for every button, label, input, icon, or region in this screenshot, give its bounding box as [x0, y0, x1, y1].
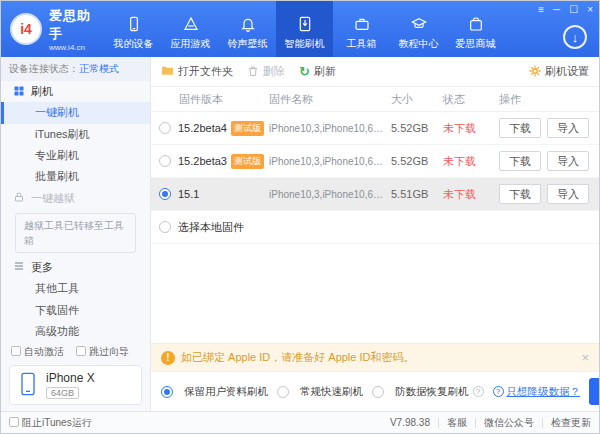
- toolbox-icon: [354, 16, 370, 34]
- table-row-selected[interactable]: 15.1 iPhone10,3,iPhone10,6_15.1_19B74_Re…: [151, 178, 599, 211]
- import-button[interactable]: 导入: [547, 118, 589, 138]
- section-flash[interactable]: 刷机: [1, 81, 150, 102]
- sidebar-item-advanced-features[interactable]: 高级功能: [1, 321, 150, 342]
- option-normal-flash[interactable]: 常规快速刷机: [277, 385, 363, 399]
- nav-i4-mall[interactable]: 爱思商城: [447, 1, 504, 57]
- download-button[interactable]: 下载: [499, 118, 541, 138]
- nav-toolbox[interactable]: 工具箱: [333, 1, 390, 57]
- download-manager-button[interactable]: ↓: [563, 25, 587, 49]
- downgrade-data-link[interactable]: ? 只想降级数据？: [493, 385, 581, 399]
- grid-icon: [13, 85, 25, 99]
- row-radio-checked[interactable]: [159, 188, 171, 200]
- folder-icon: [161, 64, 174, 79]
- trash-icon: [247, 65, 259, 79]
- wechat-account-link[interactable]: 微信公众号: [484, 416, 534, 430]
- device-capacity-badge: 64GB: [46, 387, 79, 399]
- close-icon[interactable]: ×: [587, 3, 593, 17]
- sidebar-item-one-click-flash[interactable]: 一键刷机: [1, 102, 150, 123]
- table-row[interactable]: 15.2beta4 测试版 iPhone10,3,iPhone10,6_15.2…: [151, 112, 599, 145]
- app-title: 爱思助手: [49, 7, 96, 43]
- import-button[interactable]: 导入: [547, 151, 589, 171]
- checkbox-icon: [9, 417, 19, 427]
- apps-icon: [183, 16, 199, 34]
- nav-smart-flash[interactable]: 智能刷机: [276, 1, 333, 57]
- warning-icon: !: [161, 351, 175, 365]
- import-button[interactable]: 导入: [547, 184, 589, 204]
- table-row-local-firmware[interactable]: 选择本地固件 导入: [151, 211, 599, 244]
- row-radio[interactable]: [159, 221, 171, 233]
- check-update-link[interactable]: 检查更新: [551, 416, 591, 430]
- device-icon: [126, 16, 142, 34]
- shopping-bag-icon: [468, 16, 484, 34]
- app-version: V7.98.38: [390, 417, 430, 428]
- row-radio[interactable]: [159, 155, 171, 167]
- firmware-name: iPhone10,3,iPhone10,6_15.2_19C5050b_Rest…: [269, 123, 391, 134]
- list-icon: [13, 260, 25, 274]
- firmware-name: iPhone10,3,iPhone10,6_15.2_19C5044b_Rest…: [269, 156, 391, 167]
- nav-apps-games[interactable]: 应用游戏: [162, 1, 219, 57]
- skip-wizard-checkbox[interactable]: 跳过向导: [76, 345, 129, 359]
- auto-activate-checkbox[interactable]: 自动激活: [11, 345, 64, 359]
- flash-now-button[interactable]: 立即刷机: [589, 378, 600, 405]
- download-button[interactable]: 下载: [499, 151, 541, 171]
- sidebar-item-pro-flash[interactable]: 专业刷机: [1, 145, 150, 166]
- flash-options-bar: 保留用户资料刷机 常规快速刷机 防数据恢复刷机 ? ? 只想降级数据？ 立即刷机: [151, 371, 599, 411]
- status-badge: 未下载: [443, 187, 499, 202]
- block-itunes-checkbox[interactable]: 阻止iTunes运行: [9, 416, 92, 430]
- status-badge: 未下载: [443, 154, 499, 169]
- download-button[interactable]: 下载: [499, 184, 541, 204]
- nav-tutorial-center[interactable]: 教程中心: [390, 1, 447, 57]
- table-header: 固件版本 固件名称 大小 状态 操作: [151, 87, 599, 112]
- sidebar-item-itunes-flash[interactable]: iTunes刷机: [1, 124, 150, 145]
- delete-button[interactable]: 删除: [247, 64, 285, 79]
- status-badge: 未下载: [443, 121, 499, 136]
- flash-icon: [297, 16, 313, 34]
- phone-icon: [20, 371, 36, 399]
- refresh-button[interactable]: ↻ 刷新: [299, 64, 336, 79]
- customer-service-link[interactable]: 客服: [447, 416, 467, 430]
- row-radio[interactable]: [159, 122, 171, 134]
- section-jailbreak: 一键越狱: [1, 187, 150, 208]
- option-keep-user-data[interactable]: 保留用户资料刷机: [161, 385, 268, 399]
- nav-ringtones-wallpapers[interactable]: 铃声壁纸: [219, 1, 276, 57]
- firmware-toolbar: 打开文件夹 删除 ↻ 刷新 刷机设置: [151, 57, 599, 87]
- logo-i4-icon: i4: [10, 13, 42, 45]
- option-radio-checked: [161, 386, 173, 398]
- option-anti-recovery-flash[interactable]: 防数据恢复刷机 ?: [372, 385, 484, 399]
- beta-badge: 测试版: [231, 154, 264, 169]
- beta-badge: 测试版: [231, 121, 264, 136]
- close-notice-icon[interactable]: ×: [581, 350, 589, 365]
- sidebar-item-other-tools[interactable]: 其他工具: [1, 278, 150, 299]
- bell-icon: [240, 16, 256, 34]
- maximize-icon[interactable]: ☐: [569, 3, 578, 17]
- sidebar-item-batch-flash[interactable]: 批量刷机: [1, 166, 150, 187]
- device-name: iPhone X: [46, 371, 95, 385]
- download-arrow-icon: ↓: [572, 30, 579, 45]
- open-folder-button[interactable]: 打开文件夹: [161, 64, 233, 79]
- main-nav: 我的设备 应用游戏 铃声壁纸 智能刷机 工具箱 教程中心: [105, 1, 599, 57]
- apple-id-notice: ! 如已绑定 Apple ID，请准备好 Apple ID和密码。 ×: [151, 343, 599, 371]
- jailbreak-moved-note: 越狱工具已转移至工具箱: [15, 213, 136, 253]
- menu-icon[interactable]: ≡: [538, 3, 544, 17]
- minimize-icon[interactable]: ─: [553, 3, 560, 17]
- connected-device-panel: iPhone X 64GB: [9, 365, 142, 405]
- help-icon[interactable]: ?: [473, 386, 484, 397]
- checkbox-icon: [11, 346, 21, 356]
- sidebar: 设备连接状态： 正常模式 刷机 一键刷机 iTunes刷机 专业刷机 批量刷机 …: [1, 57, 151, 411]
- option-radio: [372, 386, 384, 398]
- refresh-icon: ↻: [299, 64, 310, 79]
- header: ≡ ─ ☐ × i4 爱思助手 www.i4.cn 我的设备 应用游戏 铃声: [1, 1, 599, 57]
- window-controls: ≡ ─ ☐ ×: [538, 3, 593, 17]
- lock-icon: [13, 191, 25, 205]
- nav-my-devices[interactable]: 我的设备: [105, 1, 162, 57]
- table-row[interactable]: 15.2beta3 测试版 iPhone10,3,iPhone10,6_15.2…: [151, 145, 599, 178]
- section-more[interactable]: 更多: [1, 257, 150, 278]
- option-radio: [277, 386, 289, 398]
- app-logo: i4 爱思助手 www.i4.cn: [1, 1, 105, 57]
- device-connection-status: 设备连接状态： 正常模式: [1, 57, 150, 81]
- main-panel: 打开文件夹 删除 ↻ 刷新 刷机设置 固件版本 固件名称 大小: [151, 57, 599, 411]
- flash-settings-button[interactable]: 刷机设置: [529, 64, 589, 79]
- sidebar-item-download-firmware[interactable]: 下载固件: [1, 299, 150, 320]
- graduation-cap-icon: [411, 16, 427, 34]
- firmware-name: iPhone10,3,iPhone10,6_15.1_19B74_Restore…: [269, 189, 391, 200]
